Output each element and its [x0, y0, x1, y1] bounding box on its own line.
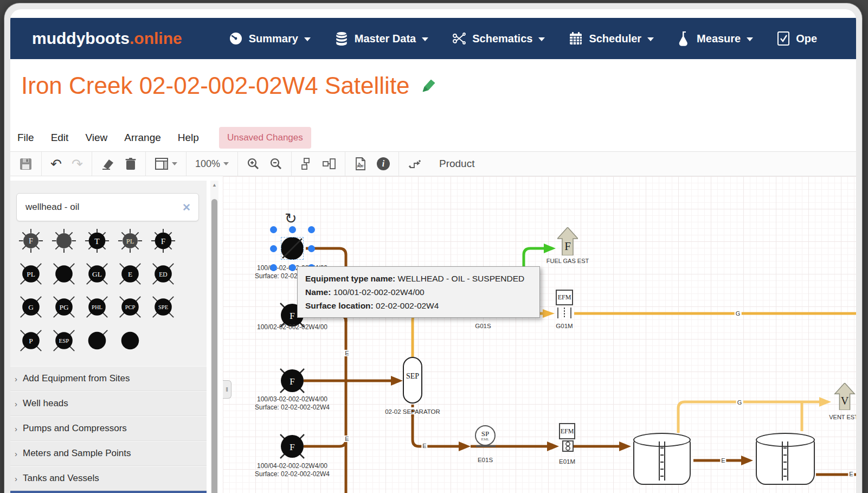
connector-style-icon[interactable] [408, 157, 422, 170]
scroll-up-arrow[interactable]: ▲ [210, 181, 218, 189]
palette-wellhead-f-gray[interactable]: F [18, 228, 43, 253]
wellhead-3[interactable]: F [277, 366, 307, 398]
toolbar: ↶ ↷ 100% PDF i Product [10, 151, 856, 176]
selection-handle-sw[interactable] [270, 264, 277, 271]
pipe-tank1-vent[interactable] [678, 402, 819, 433]
export-pdf-icon[interactable]: PDF [354, 157, 367, 171]
sidebar-item-add-equipment[interactable]: ›Add Equipment from Sites [10, 366, 207, 391]
palette-wellhead-x-ed[interactable]: ED [151, 261, 176, 286]
scrollbar-thumb[interactable] [211, 199, 217, 493]
checklist-icon [777, 31, 790, 46]
g01m-meter-bars[interactable] [558, 308, 571, 318]
menu-edit[interactable]: Edit [50, 130, 70, 146]
vent-est-node[interactable]: V [834, 383, 856, 412]
e01m-orifice-meter[interactable] [562, 440, 574, 454]
arrow-into-tank2 [741, 456, 753, 465]
tank-1[interactable] [633, 433, 691, 485]
e01m-efm-box[interactable]: EFM [559, 423, 575, 439]
panel-collapse-handle[interactable]: ‖ [223, 380, 232, 399]
align-horizontal-icon[interactable] [322, 157, 336, 170]
sidebar-item-tanks-vessels[interactable]: ›Tanks and Vessels [10, 466, 207, 491]
vent-est-caption: VENT EST [811, 414, 856, 420]
edit-pencil-icon[interactable] [421, 72, 437, 99]
palette-wellhead-x-phl[interactable]: PHL [85, 294, 110, 319]
selection-box[interactable] [281, 237, 304, 260]
menu-help[interactable]: Help [177, 130, 200, 146]
menu-file[interactable]: File [16, 130, 35, 146]
palette-wellhead-x-e[interactable]: E [118, 261, 143, 286]
zoom-in-icon[interactable] [247, 157, 260, 170]
palette-search-input[interactable] [17, 202, 182, 213]
separator-node[interactable]: SEP [403, 357, 422, 404]
save-button[interactable] [19, 157, 33, 171]
palette-wellhead-slash-blank[interactable] [85, 328, 110, 353]
menu-view[interactable]: View [84, 130, 108, 146]
palette-wellhead-x-pcp[interactable]: PCP [118, 294, 143, 319]
palette-wellhead-t[interactable]: T [85, 228, 110, 253]
palette-wellhead-x-spe[interactable]: SPE [151, 294, 176, 319]
fuel-gas-est-node[interactable]: F [557, 227, 578, 258]
selection-handle-s[interactable] [289, 264, 296, 271]
pipe-separator-outlet[interactable] [413, 415, 459, 446]
sidebar-item-well-heads[interactable]: ›Well heads [10, 391, 207, 416]
schematic-canvas[interactable]: ‖ [223, 176, 856, 493]
e01s-sample-point[interactable]: SP EML [475, 425, 496, 446]
sidebar-section-highlight[interactable] [10, 491, 207, 493]
svg-text:F: F [564, 240, 571, 253]
sidebar-item-meters-sample-points[interactable]: ›Meters and Sample Points [10, 441, 207, 466]
selection-handle-nw[interactable] [270, 226, 277, 233]
palette-wellhead-x-p[interactable]: P [18, 328, 43, 353]
palette-wellhead-x-gl[interactable]: GL [85, 261, 110, 286]
sidebar-scrollbar[interactable]: ▲ [210, 181, 218, 493]
palette-wellhead-f-black[interactable]: F [151, 228, 176, 253]
palette-wellhead-pl[interactable]: PL [118, 228, 143, 253]
palette-wellhead-x-blank[interactable] [52, 261, 76, 286]
selection-handle-e[interactable] [308, 245, 315, 252]
database-icon [335, 31, 349, 46]
zoom-out-icon[interactable] [269, 157, 282, 170]
tank-gauge [659, 441, 665, 481]
palette-wellhead-gray[interactable] [52, 228, 76, 253]
palette-wellhead-x-esp[interactable]: ESP [52, 328, 76, 353]
pipe-wellhead4[interactable] [304, 440, 346, 446]
nav-master-data[interactable]: Master Data [335, 31, 428, 46]
chevron-right-icon: › [15, 449, 17, 458]
fuel-gas-est-caption: FUEL GAS EST [535, 258, 600, 264]
svg-text:ED: ED [159, 271, 167, 278]
trash-icon[interactable] [125, 157, 137, 170]
menu-arrange[interactable]: Arrange [123, 130, 162, 146]
nav-operations[interactable]: Ope [777, 31, 817, 46]
info-icon[interactable]: i [377, 157, 390, 170]
flask-icon [678, 31, 691, 46]
tank-2[interactable] [756, 433, 815, 485]
undo-button[interactable]: ↶ [50, 157, 62, 171]
nav-measure[interactable]: Measure [678, 31, 753, 46]
selection-handle-ne[interactable] [308, 226, 315, 233]
svg-text:PL: PL [126, 238, 134, 245]
svg-text:PCP: PCP [125, 304, 136, 310]
sidebar-item-pumps-compressors[interactable]: ›Pumps and Compressors [10, 416, 207, 441]
align-vertical-icon[interactable] [300, 157, 312, 170]
page-title: Iron Creek 02-02-002-02W4 Satellite [21, 72, 437, 99]
nav-scheduler[interactable]: Scheduler [569, 31, 654, 46]
svg-text:ESP: ESP [59, 337, 69, 344]
g01m-efm-box[interactable]: EFM [556, 290, 573, 305]
layout-panels-button[interactable] [155, 157, 177, 170]
redo-button[interactable]: ↷ [72, 157, 83, 171]
nav-schematics[interactable]: Schematics [452, 31, 545, 46]
chevron-down-icon [538, 37, 545, 41]
rotate-handle-icon[interactable]: ↻ [285, 210, 297, 227]
palette-wellhead-x-pl[interactable]: PL [18, 261, 43, 286]
clear-search-icon[interactable]: ✕ [182, 201, 198, 214]
palette-wellhead-x-pg[interactable]: PG [52, 294, 76, 319]
palette-wellhead-plain-blank[interactable] [118, 328, 143, 353]
nav-summary[interactable]: Summary [229, 31, 311, 46]
zoom-level-select[interactable]: 100% [195, 158, 229, 170]
pipe-separator-gas[interactable] [413, 313, 543, 357]
selection-handle-w[interactable] [270, 245, 277, 252]
wellhead-4[interactable]: F [277, 431, 307, 464]
selection-handle-n[interactable] [289, 226, 296, 233]
logo[interactable]: muddyboots.online [32, 29, 182, 48]
eraser-icon[interactable] [101, 157, 115, 170]
palette-wellhead-x-g[interactable]: G [18, 294, 43, 319]
